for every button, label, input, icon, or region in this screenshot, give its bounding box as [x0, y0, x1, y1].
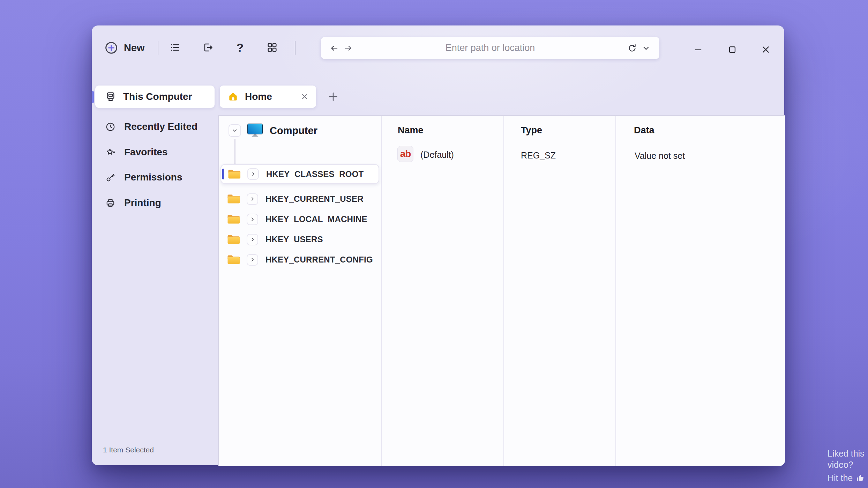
- tab-label: This Computer: [123, 91, 192, 102]
- tree-item-label: HKEY_CURRENT_CONFIG: [265, 255, 373, 265]
- close-button[interactable]: [757, 41, 774, 58]
- chevron-right-icon: [250, 171, 256, 177]
- expand-button[interactable]: [247, 234, 258, 245]
- desktop-background: New ?: [0, 0, 868, 488]
- clock-icon: [105, 121, 116, 132]
- column-divider: [503, 116, 504, 466]
- layout-grid-button[interactable]: [264, 39, 280, 56]
- tree-connector-line: [234, 139, 235, 164]
- expand-button[interactable]: [247, 254, 258, 266]
- arrow-left-icon: [329, 43, 339, 53]
- maximize-icon: [727, 45, 737, 54]
- tree-root-label: Computer: [270, 125, 317, 136]
- tree-item-hkey-current-user[interactable]: HKEY_CURRENT_USER: [220, 191, 379, 207]
- path-input[interactable]: [355, 42, 625, 54]
- printer-icon: [105, 198, 116, 208]
- chevron-right-icon: [249, 236, 256, 243]
- tab-close-button[interactable]: [299, 91, 310, 103]
- help-button[interactable]: ?: [232, 39, 248, 56]
- sidebar-item-printing[interactable]: Printing: [105, 195, 161, 211]
- sidebar-item-favorites[interactable]: Favorites: [105, 144, 168, 160]
- key-icon: [105, 172, 116, 183]
- folder-icon: [227, 193, 241, 205]
- sidebar-item-label: Favorites: [124, 147, 168, 158]
- expand-button[interactable]: [247, 214, 258, 225]
- tab-this-computer[interactable]: This Computer: [95, 86, 215, 108]
- chevron-down-icon: [231, 127, 238, 134]
- chevron-right-icon: [249, 196, 256, 202]
- tree-item-label: HKEY_CLASSES_ROOT: [266, 169, 364, 179]
- new-button-label: New: [124, 42, 145, 54]
- new-button[interactable]: New: [104, 39, 145, 57]
- toolbar-divider: [158, 41, 158, 55]
- plus-icon: [327, 91, 339, 103]
- tab-home[interactable]: Home: [220, 86, 316, 108]
- help-icon: ?: [237, 42, 244, 53]
- computer-icon: [247, 123, 263, 138]
- tree-item-hkey-users[interactable]: HKEY_USERS: [220, 232, 379, 247]
- expand-button[interactable]: [247, 193, 258, 205]
- folder-icon: [227, 213, 241, 225]
- forward-button[interactable]: [341, 41, 355, 55]
- star-icon: [105, 147, 116, 158]
- column-header-data[interactable]: Data: [634, 125, 654, 136]
- tree-collapse-button[interactable]: [229, 124, 241, 137]
- value-name[interactable]: (Default): [420, 150, 454, 160]
- refresh-button[interactable]: [625, 41, 639, 55]
- column-divider: [381, 116, 382, 466]
- expand-button[interactable]: [247, 168, 259, 180]
- overlay-line: Hit the: [828, 472, 853, 483]
- tree-item-hkey-current-config[interactable]: HKEY_CURRENT_CONFIG: [220, 252, 379, 267]
- folder-icon: [227, 168, 241, 180]
- value-data: Value not set: [635, 151, 685, 161]
- column-header-name[interactable]: Name: [398, 125, 424, 136]
- tab-label: Home: [245, 91, 272, 102]
- folder-icon: [227, 254, 241, 266]
- overlay-line: video?: [828, 459, 868, 470]
- chevron-right-icon: [249, 257, 256, 263]
- refresh-icon: [627, 43, 637, 53]
- status-bar: 1 Item Selected: [103, 446, 154, 454]
- sidebar-item-label: Recently Edited: [124, 121, 197, 132]
- new-tab-button[interactable]: [326, 90, 340, 104]
- column-divider: [615, 116, 616, 466]
- overlay-line: Liked this: [828, 448, 868, 459]
- column-header-type[interactable]: Type: [521, 125, 542, 136]
- toolbar-divider: [295, 41, 295, 55]
- tree-item-label: HKEY_LOCAL_MACHINE: [265, 214, 367, 224]
- thumbs-up-icon: [856, 473, 865, 483]
- address-bar: [321, 37, 659, 59]
- chevron-right-icon: [249, 216, 256, 222]
- tree-item-label: HKEY_CURRENT_USER: [265, 194, 364, 204]
- this-computer-icon: [105, 91, 116, 102]
- content-panel: Computer HKEY_CLASSES_ROOT: [218, 115, 785, 466]
- string-value-icon: ab: [397, 146, 413, 162]
- tree-item-label: HKEY_USERS: [265, 235, 323, 244]
- close-icon: [761, 45, 771, 54]
- address-dropdown-button[interactable]: [639, 41, 653, 55]
- tree-item-hkey-classes-root[interactable]: HKEY_CLASSES_ROOT: [220, 164, 379, 184]
- view-list-button[interactable]: [167, 39, 183, 56]
- folder-icon: [227, 234, 241, 245]
- minimize-icon: [693, 45, 703, 54]
- back-button[interactable]: [327, 41, 341, 55]
- registry-editor-window: New ?: [92, 25, 784, 465]
- tree-item-hkey-local-machine[interactable]: HKEY_LOCAL_MACHINE: [220, 212, 379, 227]
- export-button[interactable]: [200, 39, 216, 56]
- sidebar-item-recently-edited[interactable]: Recently Edited: [105, 119, 197, 135]
- active-tab-indicator: [92, 91, 94, 103]
- chevron-down-icon: [641, 43, 651, 53]
- like-video-overlay: Liked this video? Hit the: [828, 448, 868, 483]
- value-type: REG_SZ: [521, 150, 556, 161]
- plus-circle-icon: [104, 41, 118, 55]
- grid-icon: [267, 42, 278, 53]
- sidebar-item-label: Printing: [124, 197, 161, 208]
- minimize-button[interactable]: [690, 41, 706, 58]
- list-icon: [170, 42, 181, 53]
- export-icon: [202, 42, 214, 53]
- arrow-right-icon: [343, 43, 353, 53]
- close-icon: [300, 93, 309, 101]
- maximize-button[interactable]: [724, 41, 741, 58]
- sidebar-item-label: Permissions: [124, 172, 182, 183]
- sidebar-item-permissions[interactable]: Permissions: [105, 169, 182, 185]
